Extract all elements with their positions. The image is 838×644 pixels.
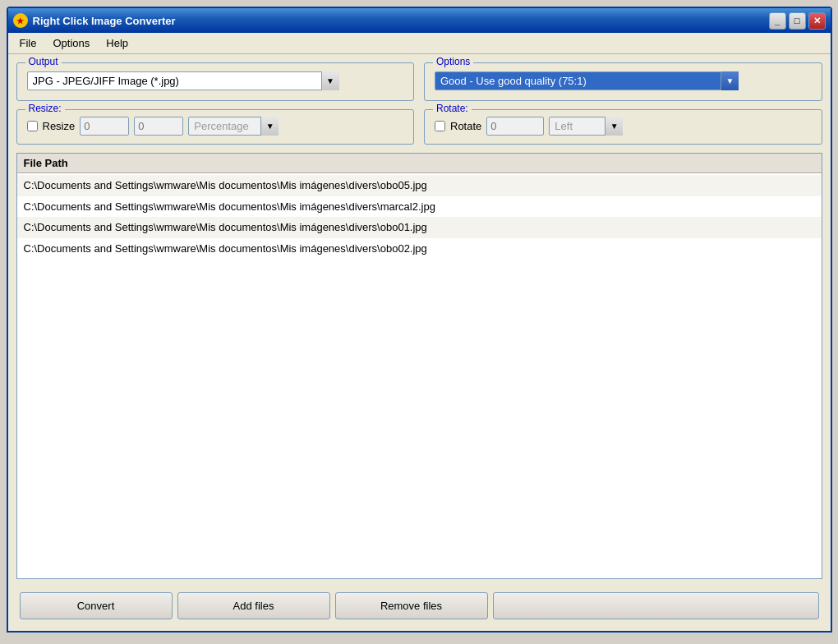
output-legend: Output	[25, 56, 62, 67]
rotate-dir-select[interactable]: Left Right	[549, 117, 623, 136]
file-list-body: C:\Documents and Settings\wmware\Mis doc…	[17, 173, 822, 260]
rotate-controls: Rotate Left Right ▼	[435, 117, 812, 136]
app-icon: ★	[13, 13, 28, 28]
output-panel: Output JPG - JPEG/JIFF Image (*.jpg) PNG…	[16, 62, 415, 101]
resize-width[interactable]	[80, 117, 129, 136]
file-path-column-header: File Path	[24, 157, 68, 169]
main-window: ★ Right Click Image Converter _ □ ✕ File…	[7, 7, 832, 632]
menu-options[interactable]: Options	[46, 35, 96, 51]
resize-mode-wrapper: Percentage Pixels ▼	[188, 117, 279, 136]
main-content: Output JPG - JPEG/JIFF Image (*.jpg) PNG…	[8, 54, 831, 631]
top-row: Output JPG - JPEG/JIFF Image (*.jpg) PNG…	[16, 62, 822, 101]
menu-bar: File Options Help	[8, 33, 831, 54]
close-button[interactable]: ✕	[808, 12, 826, 30]
file-list-container: File Path C:\Documents and Settings\wmwa…	[16, 153, 822, 579]
maximize-button[interactable]: □	[789, 12, 806, 30]
list-item[interactable]: C:\Documents and Settings\wmware\Mis doc…	[17, 238, 822, 260]
rotate-checkbox[interactable]	[435, 121, 445, 131]
resize-label: Resize	[43, 120, 76, 132]
menu-file[interactable]: File	[13, 35, 44, 51]
window-title: Right Click Image Converter	[33, 15, 176, 27]
list-item[interactable]: C:\Documents and Settings\wmware\Mis doc…	[17, 217, 822, 238]
rotate-legend: Rotate:	[433, 103, 472, 114]
convert-button[interactable]: Convert	[20, 592, 173, 619]
output-format-wrapper: JPG - JPEG/JIFF Image (*.jpg) PNG - Port…	[27, 71, 339, 90]
window-controls: _ □ ✕	[769, 12, 826, 30]
resize-height[interactable]	[134, 117, 183, 136]
resize-controls: Resize Percentage Pixels ▼	[27, 117, 404, 136]
list-item[interactable]: C:\Documents and Settings\wmware\Mis doc…	[17, 196, 822, 218]
options-legend: Options	[433, 56, 473, 67]
resize-mode-select[interactable]: Percentage Pixels	[188, 117, 279, 136]
resize-checkbox[interactable]	[27, 121, 38, 131]
empty-button-area	[493, 592, 819, 619]
remove-files-button[interactable]: Remove files	[335, 592, 488, 619]
quality-select[interactable]: Good - Use good quality (75:1) Best - Us…	[435, 71, 739, 90]
resize-panel: Resize: Resize Percentage Pixels ▼	[16, 109, 415, 145]
output-format-select[interactable]: JPG - JPEG/JIFF Image (*.jpg) PNG - Port…	[27, 71, 339, 90]
rotate-angle[interactable]	[486, 117, 544, 136]
add-files-button[interactable]: Add files	[177, 592, 330, 619]
quality-wrapper: Good - Use good quality (75:1) Best - Us…	[435, 71, 739, 90]
file-list-header: File Path	[17, 154, 822, 173]
mid-row: Resize: Resize Percentage Pixels ▼	[16, 109, 822, 145]
rotate-panel: Rotate: Rotate Left Right ▼	[424, 109, 822, 145]
rotate-dir-wrapper: Left Right ▼	[549, 117, 623, 136]
rotate-label: Rotate	[450, 120, 481, 132]
menu-help[interactable]: Help	[99, 35, 135, 51]
options-row: Good - Use good quality (75:1) Best - Us…	[435, 71, 812, 90]
title-left: ★ Right Click Image Converter	[13, 13, 176, 28]
list-item[interactable]: C:\Documents and Settings\wmware\Mis doc…	[17, 175, 822, 196]
resize-legend: Resize:	[25, 103, 65, 114]
minimize-button[interactable]: _	[769, 12, 786, 30]
options-panel: Options Good - Use good quality (75:1) B…	[424, 62, 822, 101]
output-row: JPG - JPEG/JIFF Image (*.jpg) PNG - Port…	[27, 71, 404, 90]
title-bar: ★ Right Click Image Converter _ □ ✕	[8, 8, 831, 33]
bottom-bar: Convert Add files Remove files	[16, 587, 822, 623]
